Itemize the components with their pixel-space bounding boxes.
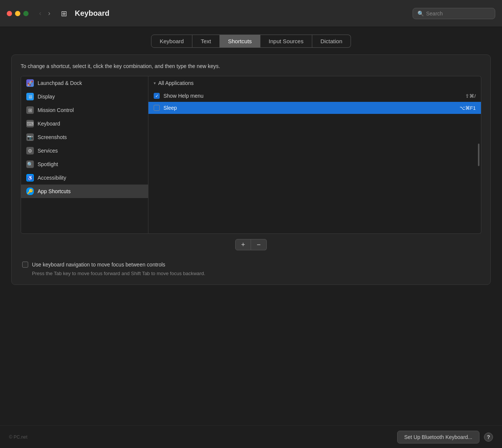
sidebar-label-display: Display: [38, 94, 55, 100]
shortcuts-panel: To change a shortcut, select it, click t…: [11, 54, 491, 285]
bottom-controls: + −: [21, 239, 481, 250]
sidebar-item-accessibility[interactable]: ♿ Accessibility: [21, 171, 148, 185]
key-sleep: ⌥⌘F1: [460, 105, 476, 111]
maximize-button[interactable]: [23, 11, 29, 16]
grid-icon[interactable]: ⊞: [61, 9, 67, 18]
minimize-button[interactable]: [15, 11, 20, 16]
sidebar-item-screenshots[interactable]: 📷 Screenshots: [21, 130, 148, 144]
nav-check-label: Use keyboard navigation to move focus be…: [32, 262, 165, 268]
sidebar-item-keyboard[interactable]: ⌨ Keyboard: [21, 117, 148, 130]
sidebar-label-launchpad: Launchpad & Dock: [38, 80, 82, 86]
shortcut-row-show-help[interactable]: ✓ Show Help menu ⇧⌘/: [148, 90, 481, 102]
right-panel: ▾ All Applications ✓ Show Help menu ⇧⌘/ …: [148, 76, 481, 234]
sidebar-label-mission: Mission Control: [38, 107, 74, 113]
spotlight-icon: 🔍: [26, 160, 34, 168]
services-icon: ⚙: [26, 147, 34, 154]
sidebar-item-spotlight[interactable]: 🔍 Spotlight: [21, 157, 148, 171]
titlebar: ‹ › ⊞ Keyboard 🔍: [0, 0, 502, 27]
checkbox-show-help[interactable]: ✓: [154, 93, 160, 99]
shortcuts-description: To change a shortcut, select it, click t…: [21, 63, 481, 69]
checkbox-sleep[interactable]: [154, 105, 160, 111]
traffic-lights: [7, 11, 29, 16]
nav-checkbox[interactable]: [22, 262, 28, 268]
nav-sublabel: Press the Tab key to move focus forward …: [32, 271, 480, 276]
left-sidebar: 🚀 Launchpad & Dock 🖥 Display ⊞ Mission C…: [21, 76, 148, 234]
search-input[interactable]: [426, 11, 490, 17]
sidebar-label-services: Services: [38, 148, 58, 154]
search-box: 🔍: [413, 8, 495, 19]
action-show-help: Show Help menu: [163, 93, 461, 99]
add-shortcut-button[interactable]: +: [235, 239, 251, 250]
sidebar-item-display[interactable]: 🖥 Display: [21, 90, 148, 103]
sidebar-label-spotlight: Spotlight: [38, 161, 58, 167]
tabs-container: Keyboard Text Shortcuts Input Sources Di…: [11, 35, 491, 48]
tab-input-sources[interactable]: Input Sources: [260, 35, 312, 48]
nav-check-row: Use keyboard navigation to move focus be…: [22, 262, 480, 268]
help-button[interactable]: ?: [484, 433, 493, 442]
tab-text[interactable]: Text: [192, 35, 220, 48]
copyright: © PC.net: [9, 434, 27, 440]
shortcut-layout: 🚀 Launchpad & Dock 🖥 Display ⊞ Mission C…: [21, 76, 481, 234]
shortcut-row-sleep[interactable]: Sleep ⌥⌘F1: [148, 102, 481, 114]
group-header[interactable]: ▾ All Applications: [148, 76, 481, 90]
action-sleep: Sleep: [163, 105, 456, 111]
footer-right: Set Up Bluetooth Keyboard... ?: [397, 431, 493, 443]
sidebar-label-keyboard: Keyboard: [38, 121, 60, 127]
sidebar-item-mission[interactable]: ⊞ Mission Control: [21, 103, 148, 117]
search-icon: 🔍: [417, 11, 424, 17]
sidebar-label-accessibility: Accessibility: [38, 175, 66, 181]
back-arrow[interactable]: ‹: [37, 8, 44, 19]
sidebar-label-appshortcuts: App Shortcuts: [38, 188, 71, 194]
scroll-indicator: [478, 144, 479, 166]
accessibility-icon: ♿: [26, 174, 34, 182]
keyboard-icon: ⌨: [26, 120, 34, 127]
tab-keyboard[interactable]: Keyboard: [151, 35, 192, 48]
sidebar-item-appshortcuts[interactable]: 🔑 App Shortcuts: [21, 185, 148, 198]
launchpad-icon: 🚀: [26, 79, 34, 87]
tab-dictation[interactable]: Dictation: [312, 35, 351, 48]
close-button[interactable]: [7, 11, 12, 16]
screenshots-icon: 📷: [26, 133, 34, 141]
display-icon: 🖥: [26, 93, 34, 100]
nav-check-section: Use keyboard navigation to move focus be…: [21, 262, 481, 276]
group-label: All Applications: [158, 80, 194, 86]
mission-icon: ⊞: [26, 106, 34, 114]
main-content: Keyboard Text Shortcuts Input Sources Di…: [0, 27, 502, 292]
sidebar-item-services[interactable]: ⚙ Services: [21, 144, 148, 157]
bluetooth-button[interactable]: Set Up Bluetooth Keyboard...: [397, 431, 479, 443]
appshortcuts-icon: 🔑: [26, 188, 34, 195]
footer: © PC.net Set Up Bluetooth Keyboard... ?: [0, 425, 502, 448]
window-title: Keyboard: [75, 9, 408, 18]
remove-shortcut-button[interactable]: −: [251, 239, 267, 250]
sidebar-label-screenshots: Screenshots: [38, 134, 67, 140]
tab-shortcuts[interactable]: Shortcuts: [220, 35, 260, 48]
chevron-icon: ▾: [154, 81, 156, 86]
key-show-help: ⇧⌘/: [465, 93, 476, 99]
nav-arrows: ‹ ›: [37, 8, 53, 19]
sidebar-item-launchpad[interactable]: 🚀 Launchpad & Dock: [21, 76, 148, 90]
forward-arrow[interactable]: ›: [46, 8, 53, 19]
